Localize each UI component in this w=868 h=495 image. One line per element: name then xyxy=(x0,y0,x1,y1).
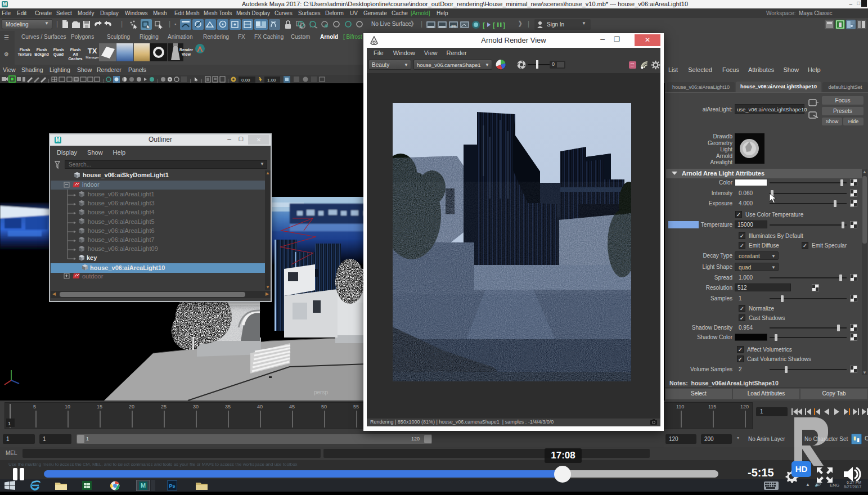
svg-text:1: 1 xyxy=(8,421,11,426)
svg-text:5: 5 xyxy=(33,404,36,410)
svg-text:115: 115 xyxy=(708,404,716,410)
svg-text:40: 40 xyxy=(257,404,263,410)
svg-text:1.00: 1.00 xyxy=(267,78,276,83)
svg-text:45: 45 xyxy=(289,404,295,410)
svg-text:IPR: IPR xyxy=(451,25,456,28)
svg-text:15: 15 xyxy=(97,404,102,410)
svg-text:30: 30 xyxy=(193,404,199,410)
svg-text:25: 25 xyxy=(161,404,167,410)
svg-text:110: 110 xyxy=(676,404,684,410)
svg-text:50: 50 xyxy=(321,404,327,410)
svg-text:]: ] xyxy=(503,21,505,29)
svg-text:20: 20 xyxy=(129,404,134,410)
svg-text:[: [ xyxy=(483,21,485,29)
svg-text:[: [ xyxy=(493,21,495,29)
svg-text:35: 35 xyxy=(225,404,231,410)
svg-text:120: 120 xyxy=(740,404,749,410)
svg-text:10: 10 xyxy=(65,404,70,410)
svg-text:persp: persp xyxy=(314,389,328,395)
svg-text:0.00: 0.00 xyxy=(241,78,250,83)
svg-text:55: 55 xyxy=(353,404,359,410)
